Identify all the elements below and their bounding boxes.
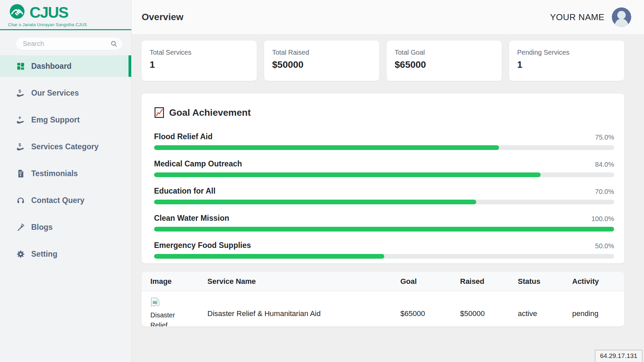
sidebar-item-services-category[interactable]: $ Services Category: [0, 136, 131, 157]
nav-item-label: Our Services: [31, 89, 79, 98]
cell-service-name: Disaster Relief & Humanitarian Aid: [199, 291, 392, 327]
column-header: Activity: [563, 272, 624, 291]
goal-percent: 50.0%: [595, 242, 614, 250]
broken-image-icon: [150, 297, 160, 307]
progress-track: [154, 145, 614, 150]
cell-raised: $50000: [451, 291, 509, 327]
search-input[interactable]: [16, 38, 122, 50]
stat-card-pending-services: Pending Services 1: [509, 41, 624, 81]
brand-tagline: Char o Janata Unnayan Sangstha CJUS: [8, 22, 131, 27]
nav-item-icon: +: [16, 115, 25, 124]
ip-address-badge: 64.29.17.131: [595, 350, 642, 362]
cell-status: active: [509, 291, 563, 327]
stat-card-total-goal: Total Goal $65000: [387, 41, 502, 81]
stat-label: Total Raised: [272, 49, 379, 56]
sidebar: CJUS Char o Janata Unnayan Sangstha CJUS…: [0, 0, 132, 362]
image-alt-text: Disaster Relief: [150, 310, 177, 326]
sidebar-item-setting[interactable]: Setting: [0, 243, 131, 265]
page-title: Overview: [142, 12, 184, 22]
nav-item-label: Contact Query: [31, 196, 84, 205]
brand-name: CJUS: [30, 3, 68, 21]
nav-item-icon: [16, 250, 25, 259]
goal-row-education-for-all: Education for All 70.0%: [154, 187, 614, 204]
column-header: Image: [142, 272, 199, 291]
nav-item-icon: [16, 223, 25, 232]
nav-item-label: Dashboard: [31, 62, 71, 71]
progress-fill: [154, 172, 541, 177]
goal-name: Education for All: [154, 187, 215, 196]
goal-row-clean-water-mission: Clean Water Mission 100.0%: [154, 214, 614, 231]
cell-activity: pending: [563, 291, 624, 327]
nav-item-icon: $: [16, 142, 25, 151]
services-table-panel: ImageService NameGoalRaisedStatusActivit…: [142, 272, 624, 326]
goal-achievement-panel: Goal Achievement Flood Relief Aid 75.0%: [142, 94, 624, 263]
stat-label: Total Services: [150, 49, 257, 56]
avatar[interactable]: [612, 7, 631, 27]
top-bar: Overview YOUR NAME: [132, 0, 644, 35]
stat-value: 1: [517, 59, 624, 70]
progress-fill: [154, 254, 384, 259]
progress-track: [154, 227, 614, 231]
goal-percent: 84.0%: [595, 161, 614, 168]
column-header: Goal: [392, 272, 451, 291]
goal-name: Medical Camp Outreach: [154, 159, 242, 168]
progress-fill: [154, 227, 614, 231]
section-title: Goal Achievement: [169, 107, 251, 118]
goal-row-medical-camp-outreach: Medical Camp Outreach 84.0%: [154, 159, 614, 177]
user-name: YOUR NAME: [550, 12, 604, 22]
progress-fill: [154, 145, 499, 150]
column-header: Status: [509, 272, 563, 291]
goal-name: Flood Relief Aid: [154, 132, 212, 141]
nav-item-label: Services Category: [31, 142, 99, 151]
nav-item-icon: [16, 62, 25, 71]
column-header: Service Name: [199, 272, 392, 291]
nav-item-icon: $: [16, 169, 25, 178]
logo[interactable]: CJUS Char o Janata Unnayan Sangstha CJUS: [0, 0, 131, 30]
sidebar-nav: Dashboard $ Our Services + Emg Support $…: [0, 55, 131, 265]
svg-text:$: $: [20, 173, 21, 177]
nav-item-icon: $: [16, 89, 25, 98]
stat-value: $65000: [395, 59, 502, 70]
column-header: Raised: [451, 272, 509, 291]
sidebar-item-dashboard[interactable]: Dashboard: [0, 55, 131, 77]
goal-list: Flood Relief Aid 75.0% Medical Camp Outr…: [154, 132, 614, 259]
progress-fill: [154, 200, 476, 204]
sidebar-item-blogs[interactable]: Blogs: [0, 216, 131, 238]
sidebar-item-contact-query[interactable]: Contact Query: [0, 190, 131, 211]
progress-track: [154, 172, 614, 177]
goal-percent: 100.0%: [591, 215, 614, 223]
nav-item-label: Emg Support: [31, 115, 80, 124]
chart-increasing-icon: [154, 107, 165, 118]
svg-text:$: $: [18, 142, 21, 147]
stat-label: Pending Services: [517, 49, 624, 56]
stat-value: 1: [150, 59, 257, 70]
table-row: Disaster Relief Disaster Relief & Humani…: [142, 291, 624, 327]
goal-row-flood-relief-aid: Flood Relief Aid 75.0%: [154, 132, 614, 150]
stat-card-total-raised: Total Raised $50000: [264, 41, 379, 81]
nav-item-label: Blogs: [31, 223, 53, 232]
progress-track: [154, 200, 614, 204]
stat-card-total-services: Total Services 1: [142, 41, 257, 81]
goal-percent: 75.0%: [595, 134, 614, 141]
svg-text:$: $: [18, 89, 21, 94]
svg-text:+: +: [18, 115, 21, 120]
stat-value: $50000: [272, 59, 379, 70]
stat-cards-row: Total Services 1 Total Raised $50000 Tot…: [142, 41, 624, 81]
table-header-row: ImageService NameGoalRaisedStatusActivit…: [142, 272, 624, 291]
goal-name: Emergency Food Supplies: [154, 241, 251, 250]
nav-item-icon: [16, 196, 25, 205]
sidebar-item-emg-support[interactable]: + Emg Support: [0, 109, 131, 131]
services-table: ImageService NameGoalRaisedStatusActivit…: [142, 272, 624, 326]
goal-row-emergency-food-supplies: Emergency Food Supplies 50.0%: [154, 241, 614, 259]
sidebar-item-our-services[interactable]: $ Our Services: [0, 82, 131, 104]
stat-label: Total Goal: [395, 49, 502, 56]
cell-goal: $65000: [392, 291, 451, 327]
main-area: Overview YOUR NAME: [132, 0, 644, 362]
goal-name: Clean Water Mission: [154, 214, 229, 223]
handshake-logo-icon: [8, 3, 26, 22]
search-icon[interactable]: [110, 40, 118, 49]
goal-percent: 70.0%: [595, 188, 614, 196]
service-image-broken: Disaster Relief: [150, 297, 177, 326]
nav-item-label: Testimonials: [31, 169, 78, 178]
sidebar-item-testimonials[interactable]: $ Testimonials: [0, 163, 131, 184]
